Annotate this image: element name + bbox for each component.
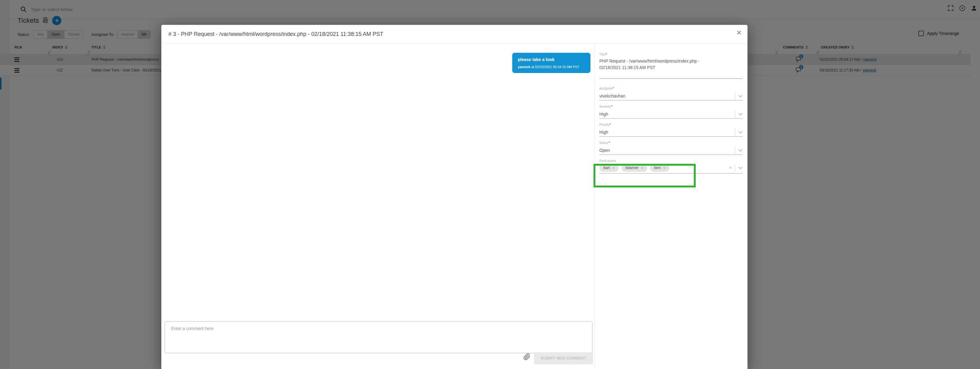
chevron-down-icon[interactable] [738,131,743,134]
field-status: Status* Open [599,141,743,155]
participant-chip: bdamer × [621,164,647,172]
chevron-down-icon[interactable] [738,95,743,97]
attachment-icon[interactable] [523,353,531,361]
priority-select[interactable]: High [599,128,743,137]
comment-input[interactable] [164,321,593,353]
modal-body: please take a look yannick at 02/22/2021… [161,44,748,369]
participants-label: Participants [599,159,743,162]
required-asterisk: * [611,105,612,108]
chevron-down-icon[interactable] [738,167,743,169]
assignee-label: Assignee [599,87,612,90]
field-priority: Priority* High [599,123,743,137]
chip-remove-icon[interactable]: × [612,166,615,170]
comment-bubble: please take a look yannick at 02/22/2021… [512,53,590,73]
participants-multiselect[interactable]: bart × bdamer × bert × × [599,164,743,173]
required-asterisk: * [613,87,614,90]
comment-thread: please take a look yannick at 02/22/2021… [161,44,594,369]
title-input[interactable]: PHP Request - /var/www/html/wordpress/in… [599,58,743,79]
title-label: Title [599,53,606,56]
field-severity: Severity* High [599,105,743,119]
field-assignee: Assignee* vivekchavhan [599,87,743,100]
priority-label: Priority [599,123,609,126]
comment-author: yannick [518,65,530,69]
severity-select[interactable]: High [599,110,743,119]
clear-all-icon[interactable]: × [729,165,732,170]
close-icon[interactable]: × [737,29,741,37]
required-asterisk: * [610,123,611,126]
submit-comment-button[interactable]: SUBMIT NEW COMMENT [534,352,593,364]
severity-label: Severity [599,105,611,108]
status-label: Status [599,141,609,145]
chip-remove-icon[interactable]: × [663,166,666,170]
required-asterisk: * [609,141,610,145]
required-asterisk: * [606,53,607,56]
chevron-down-icon[interactable] [738,149,743,152]
chip-remove-icon[interactable]: × [641,166,644,170]
comment-meta: yannick at 02/22/2021 05:54:15 AM PST [518,65,585,69]
app-root: Tickets CSV + Status: Any Open Closed As… [0,0,980,369]
field-title: Title* PHP Request - /var/www/html/wordp… [599,53,743,79]
chevron-down-icon[interactable] [738,113,743,116]
field-participants: Participants bart × bdamer × bert × [599,159,743,173]
participant-chip: bert × [650,164,669,172]
participant-chip: bart × [599,164,619,172]
modal-title: # 3 - PHP Request - /var/www/html/wordpr… [169,31,383,37]
ticket-fields-panel: Title* PHP Request - /var/www/html/wordp… [594,44,748,369]
status-select[interactable]: Open [599,146,743,155]
modal-header: # 3 - PHP Request - /var/www/html/wordpr… [161,25,748,44]
ticket-detail-modal: # 3 - PHP Request - /var/www/html/wordpr… [161,25,748,369]
assignee-select[interactable]: vivekchavhan [599,92,743,100]
comment-text: please take a look [518,57,585,62]
